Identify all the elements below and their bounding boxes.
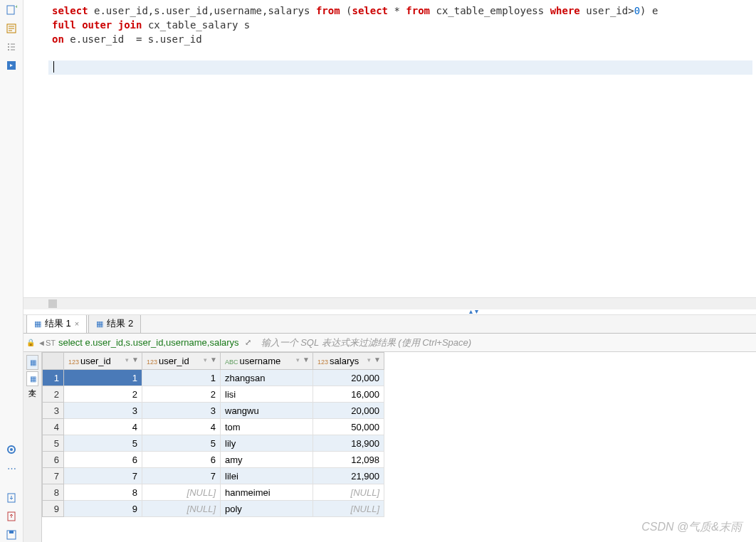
panel-icon[interactable] — [4, 58, 19, 73]
cell-salarys[interactable]: 21,900 — [313, 468, 384, 484]
save-icon[interactable] — [4, 528, 19, 542]
export-icon[interactable] — [4, 491, 19, 505]
cell-user-id-1[interactable]: 6 — [64, 452, 142, 468]
cell-user-id-1[interactable]: 4 — [64, 419, 142, 435]
cell-user-id-2[interactable]: [NULL] — [142, 484, 221, 501]
cell-user-id-2[interactable]: 1 — [142, 370, 221, 386]
svg-rect-12 — [9, 531, 14, 533]
tab-label: 结果 2 — [107, 317, 133, 330]
column-header-user-id-2[interactable]: 123user_id▾▼ — [142, 353, 221, 370]
cell-user-id-1[interactable]: 8 — [64, 484, 142, 501]
cell-user-id-1[interactable]: 5 — [64, 435, 142, 452]
tab-result-2[interactable]: ▦ 结果 2 — [88, 314, 141, 333]
result-tabs: ▦ 结果 1 × ▦ 结果 2 — [23, 315, 756, 334]
expand-icon[interactable]: ⤢ — [245, 338, 251, 347]
table-row[interactable]: 333wangwu20,000 — [43, 403, 384, 419]
column-header-username[interactable]: ABCusername▾▼ — [221, 353, 313, 370]
cell-user-id-1[interactable]: 9 — [64, 501, 142, 517]
collapse-arrows-icon[interactable]: ▴ ▾ — [469, 307, 478, 315]
table-row[interactable]: 99[NULL]poly[NULL] — [43, 501, 384, 517]
column-header-salarys[interactable]: 123salarys▾▼ — [313, 353, 384, 370]
cell-user-id-2[interactable]: [NULL] — [142, 501, 221, 517]
filter-input[interactable]: 输入一个 SQL 表达式来过滤结果 (使用 Ctrl+Space) — [261, 336, 472, 349]
cell-salarys[interactable]: 18,900 — [313, 435, 384, 452]
settings-icon[interactable] — [4, 442, 19, 457]
query-marker-icon: ◄SТ — [38, 339, 56, 347]
cell-username[interactable]: poly — [221, 501, 313, 517]
query-sql-text: select e.user_id,s.user_id,username,sala… — [58, 337, 239, 348]
table-row[interactable]: 444tom50,000 — [43, 419, 384, 435]
cell-user-id-1[interactable]: 7 — [64, 468, 142, 484]
cell-username[interactable]: lilei — [221, 468, 313, 484]
table-row[interactable]: 777lilei21,900 — [43, 468, 384, 484]
filter-icon[interactable]: ▼ — [132, 356, 139, 363]
cell-user-id-1[interactable]: 2 — [64, 386, 142, 403]
cell-user-id-2[interactable]: 6 — [142, 452, 221, 468]
column-header-user-id-1[interactable]: 123user_id▾▼ — [64, 353, 142, 370]
cell-username[interactable]: wangwu — [221, 403, 313, 419]
row-number[interactable]: 1 — [43, 370, 64, 386]
split-divider[interactable]: ▴ ▾ — [23, 309, 756, 315]
table-row[interactable]: 88[NULL]hanmeimei[NULL] — [43, 484, 384, 501]
table-row[interactable]: 222lisi16,000 — [43, 386, 384, 403]
import-icon[interactable] — [4, 509, 19, 524]
sql-editor[interactable]: select e.user_id,s.user_id,username,sala… — [23, 0, 756, 297]
view-grid-tab[interactable]: ▦网格 — [26, 355, 38, 370]
cell-username[interactable]: hanmeimei — [221, 484, 313, 501]
cell-salarys[interactable]: 12,098 — [313, 452, 384, 468]
result-grid[interactable]: 123user_id▾▼ 123user_id▾▼ ABCusername▾▼ … — [42, 352, 756, 542]
svg-text:+: + — [15, 4, 17, 10]
table-row[interactable]: 666amy12,098 — [43, 452, 384, 468]
editor-hscrollbar[interactable] — [23, 297, 756, 309]
left-toolbar: + ⋯ — [0, 0, 23, 542]
svg-point-4 — [8, 46, 9, 48]
view-text-tab[interactable]: ▦文本 — [26, 371, 38, 386]
table-row[interactable]: 111zhangsan20,000 — [43, 370, 384, 386]
svg-point-5 — [8, 49, 9, 51]
row-number[interactable]: 6 — [43, 452, 64, 468]
filter-icon[interactable]: ▼ — [210, 356, 217, 363]
query-info-bar: 🔒 ◄SТ select e.user_id,s.user_id,usernam… — [23, 334, 756, 352]
cell-salarys[interactable]: 20,000 — [313, 403, 384, 419]
close-icon[interactable]: × — [75, 319, 79, 328]
more-icon[interactable]: ⋯ — [4, 461, 19, 475]
cell-user-id-2[interactable]: 4 — [142, 419, 221, 435]
filter-icon[interactable]: ▼ — [374, 356, 381, 363]
tab-label: 结果 1 — [45, 317, 71, 330]
filter-icon[interactable]: ▼ — [303, 356, 310, 363]
row-number[interactable]: 2 — [43, 386, 64, 403]
row-number[interactable]: 4 — [43, 419, 64, 435]
row-number[interactable]: 9 — [43, 501, 64, 517]
table-row[interactable]: 555lily18,900 — [43, 435, 384, 452]
cell-salarys[interactable]: [NULL] — [313, 484, 384, 501]
grid-icon: ▦ — [34, 319, 41, 329]
row-number[interactable]: 5 — [43, 435, 64, 452]
cell-salarys[interactable]: 20,000 — [313, 370, 384, 386]
cell-username[interactable]: zhangsan — [221, 370, 313, 386]
sql-code[interactable]: select e.user_id,s.user_id,username,sala… — [23, 0, 756, 46]
current-line-highlight — [48, 60, 752, 75]
cell-username[interactable]: lisi — [221, 386, 313, 403]
cell-user-id-2[interactable]: 5 — [142, 435, 221, 452]
row-number[interactable]: 8 — [43, 484, 64, 501]
cell-user-id-2[interactable]: 2 — [142, 386, 221, 403]
cell-salarys[interactable]: 16,000 — [313, 386, 384, 403]
cell-user-id-1[interactable]: 3 — [64, 403, 142, 419]
text-cursor — [53, 61, 54, 73]
cell-salarys[interactable]: 50,000 — [313, 419, 384, 435]
cell-user-id-1[interactable]: 1 — [64, 370, 142, 386]
new-sql-icon[interactable]: + — [4, 3, 19, 17]
outline-icon[interactable] — [4, 40, 19, 54]
svg-rect-0 — [7, 6, 14, 14]
tab-result-1[interactable]: ▦ 结果 1 × — [26, 314, 87, 333]
row-number[interactable]: 7 — [43, 468, 64, 484]
row-number[interactable]: 3 — [43, 403, 64, 419]
row-number-header[interactable] — [43, 353, 64, 370]
cell-salarys[interactable]: [NULL] — [313, 501, 384, 517]
cell-user-id-2[interactable]: 7 — [142, 468, 221, 484]
cell-username[interactable]: tom — [221, 419, 313, 435]
cell-user-id-2[interactable]: 3 — [142, 403, 221, 419]
cell-username[interactable]: lily — [221, 435, 313, 452]
script-icon[interactable] — [4, 21, 19, 36]
cell-username[interactable]: amy — [221, 452, 313, 468]
